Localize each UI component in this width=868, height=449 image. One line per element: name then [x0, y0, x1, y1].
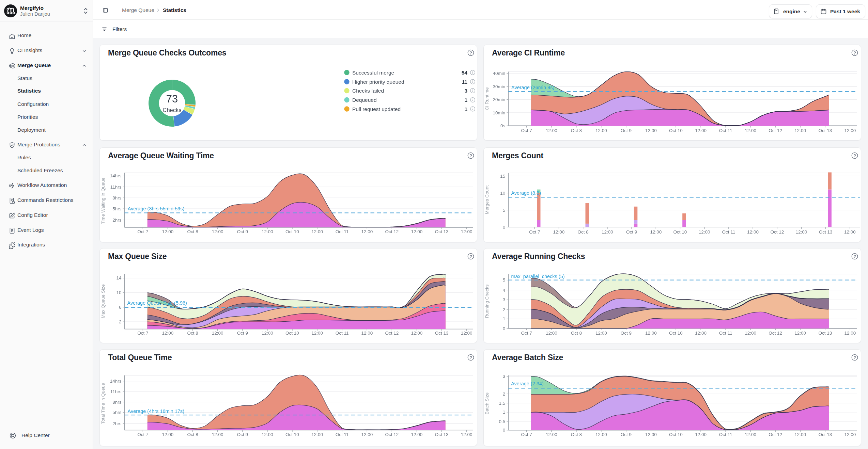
svg-text:10min: 10min — [493, 110, 506, 115]
svg-text:Average (3hrs 55min 59s): Average (3hrs 55min 59s) — [128, 206, 185, 211]
svg-text:15: 15 — [500, 174, 505, 179]
svg-text:20min: 20min — [493, 97, 506, 102]
svg-text:12:00: 12:00 — [745, 128, 756, 133]
svg-text:1: 1 — [464, 106, 467, 112]
svg-text:Average (26min 9s): Average (26min 9s) — [511, 85, 554, 90]
svg-text:12:00: 12:00 — [553, 229, 565, 235]
svg-text:12:00: 12:00 — [546, 432, 557, 437]
svg-text:Oct 9: Oct 9 — [621, 128, 632, 133]
svg-text:?: ? — [469, 51, 472, 55]
svg-text:Average Queue Size (5.96): Average Queue Size (5.96) — [127, 300, 187, 306]
svg-text:Oct 8: Oct 8 — [571, 331, 582, 336]
svg-text:Oct 11: Oct 11 — [336, 432, 349, 437]
svg-text:3: 3 — [503, 297, 506, 302]
svg-text:Oct 7: Oct 7 — [521, 331, 532, 336]
svg-text:Oct 8: Oct 8 — [571, 128, 582, 133]
svg-text:2: 2 — [503, 307, 506, 312]
svg-text:?: ? — [853, 254, 856, 259]
svg-text:2: 2 — [503, 391, 506, 397]
svg-text:Oct 9: Oct 9 — [621, 331, 632, 336]
svg-text:0: 0 — [503, 326, 506, 331]
svg-text:Successful merge: Successful merge — [352, 70, 394, 76]
svg-text:Oct 7: Oct 7 — [137, 331, 148, 336]
svg-text:Oct 12: Oct 12 — [769, 128, 782, 133]
svg-text:12:00: 12:00 — [794, 432, 806, 437]
svg-text:Oct 13: Oct 13 — [435, 229, 449, 234]
svg-text:Oct 13: Oct 13 — [819, 229, 833, 235]
svg-text:Checks: Checks — [162, 107, 181, 113]
svg-text:12:00: 12:00 — [411, 229, 423, 234]
svg-text:12:00: 12:00 — [844, 128, 856, 133]
svg-text:12:00: 12:00 — [546, 128, 557, 133]
svg-text:12:00: 12:00 — [361, 331, 373, 336]
svg-text:Total Time in Queue: Total Time in Queue — [100, 383, 106, 424]
svg-text:Oct 10: Oct 10 — [669, 128, 683, 133]
svg-text:CI Runtime: CI Runtime — [484, 87, 490, 110]
svg-text:11hrs: 11hrs — [110, 185, 122, 190]
svg-text:54: 54 — [462, 70, 468, 76]
svg-text:5: 5 — [503, 208, 506, 213]
svg-text:?: ? — [853, 355, 856, 360]
svg-text:1: 1 — [503, 316, 506, 321]
svg-text:12:00: 12:00 — [595, 331, 607, 336]
svg-text:Oct 9: Oct 9 — [621, 432, 632, 437]
svg-text:12:00: 12:00 — [212, 432, 223, 437]
svg-text:Oct 8: Oct 8 — [578, 229, 589, 235]
svg-text:12:00: 12:00 — [461, 229, 472, 234]
svg-text:Oct 10: Oct 10 — [673, 229, 687, 235]
svg-text:12:00: 12:00 — [645, 432, 657, 437]
svg-text:12:00: 12:00 — [546, 331, 557, 336]
svg-text:Oct 12: Oct 12 — [385, 331, 399, 336]
svg-text:14hrs: 14hrs — [110, 379, 122, 384]
svg-text:Running Checks: Running Checks — [484, 284, 490, 318]
svg-text:12:00: 12:00 — [595, 128, 607, 133]
svg-text:Oct 7: Oct 7 — [137, 432, 148, 437]
svg-text:Oct 7: Oct 7 — [521, 128, 532, 133]
svg-text:Oct 12: Oct 12 — [769, 331, 782, 336]
svg-text:6: 6 — [119, 305, 122, 310]
svg-text:12:00: 12:00 — [411, 432, 423, 437]
svg-text:3: 3 — [503, 374, 506, 379]
svg-text:8hrs: 8hrs — [112, 195, 122, 201]
svg-text:Oct 10: Oct 10 — [285, 331, 299, 336]
svg-text:5hrs: 5hrs — [112, 410, 122, 415]
svg-text:3: 3 — [464, 88, 467, 94]
svg-text:Oct 11: Oct 11 — [719, 432, 732, 437]
svg-text:12:00: 12:00 — [162, 432, 174, 437]
svg-text:Oct 9: Oct 9 — [237, 432, 248, 437]
svg-text:12:00: 12:00 — [212, 331, 223, 336]
svg-text:Oct 10: Oct 10 — [669, 331, 683, 336]
svg-text:12:00: 12:00 — [361, 229, 373, 234]
svg-text:Oct 12: Oct 12 — [385, 229, 399, 234]
svg-text:12:00: 12:00 — [747, 229, 759, 235]
svg-text:12:00: 12:00 — [595, 432, 607, 437]
svg-text:12:00: 12:00 — [262, 331, 273, 336]
svg-text:Oct 8: Oct 8 — [571, 432, 582, 437]
svg-text:Oct 7: Oct 7 — [521, 432, 532, 437]
svg-text:12:00: 12:00 — [162, 229, 174, 234]
svg-text:Oct 13: Oct 13 — [818, 432, 832, 437]
svg-text:Max Queue Size: Max Queue Size — [100, 284, 106, 318]
svg-text:0.5: 0.5 — [499, 419, 506, 424]
svg-text:12:00: 12:00 — [262, 432, 273, 437]
svg-text:12:00: 12:00 — [162, 331, 174, 336]
svg-text:Oct 10: Oct 10 — [285, 432, 299, 437]
svg-text:0: 0 — [503, 225, 506, 230]
svg-text:Average (8.8): Average (8.8) — [511, 190, 541, 196]
svg-text:12:00: 12:00 — [602, 229, 613, 235]
svg-text:8hrs: 8hrs — [112, 400, 122, 405]
svg-text:Oct 11: Oct 11 — [336, 229, 349, 234]
svg-text:10: 10 — [116, 290, 121, 295]
svg-text:Merges Count: Merges Count — [484, 185, 490, 214]
svg-text:?: ? — [469, 154, 472, 158]
svg-text:14hrs: 14hrs — [110, 173, 122, 178]
svg-text:12:00: 12:00 — [645, 128, 657, 133]
svg-text:Time Waiting in Queue: Time Waiting in Queue — [100, 178, 106, 224]
svg-text:2hrs: 2hrs — [112, 218, 122, 223]
svg-text:0s: 0s — [500, 123, 506, 128]
svg-text:12:00: 12:00 — [411, 331, 423, 336]
svg-text:?: ? — [469, 254, 472, 259]
svg-text:Oct 11: Oct 11 — [722, 229, 735, 235]
svg-text:12:00: 12:00 — [695, 128, 707, 133]
svg-text:2: 2 — [119, 319, 122, 324]
